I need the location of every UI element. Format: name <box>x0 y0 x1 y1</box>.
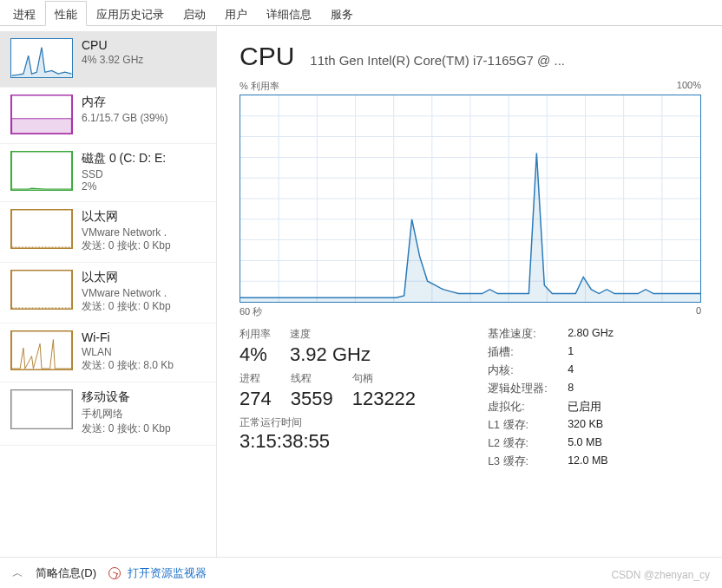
svg-rect-5 <box>12 210 72 248</box>
sidebar-item-sub2: 发送: 0 接收: 0 Kbp <box>82 299 207 314</box>
sidebar-item-title: Wi-Fi <box>82 330 207 344</box>
sidebar-item-sub: 6.1/15.7 GB (39%) <box>82 112 207 124</box>
spec-row: 虚拟化:已启用 <box>488 400 701 415</box>
sidebar-item-sub: VMware Network . <box>82 226 207 238</box>
spec-key: 内核: <box>488 363 568 378</box>
spec-row: 逻辑处理器:8 <box>488 382 701 396</box>
chart-ylabel: % 利用率 <box>240 80 279 93</box>
performance-sidebar: CPU4% 3.92 GHz内存6.1/15.7 GB (39%)磁盘 0 (C… <box>0 26 217 557</box>
svg-rect-2 <box>12 119 72 134</box>
page-title: CPU <box>240 42 294 71</box>
chart-ymax: 100% <box>677 80 701 93</box>
tab-进程[interactable]: 进程 <box>3 1 45 26</box>
spec-value: 12.0 MB <box>568 454 608 469</box>
thumb-chart-icon <box>10 151 73 191</box>
uptime-label: 正常运行时间 <box>240 415 463 430</box>
svg-rect-4 <box>12 152 72 190</box>
thumb-chart-icon <box>10 95 73 134</box>
spec-key: L2 缓存: <box>488 436 568 451</box>
sidebar-item-内存[interactable]: 内存6.1/15.7 GB (39%) <box>0 88 216 144</box>
spec-key: L1 缓存: <box>488 418 568 433</box>
spec-key: 逻辑处理器: <box>488 382 568 396</box>
sidebar-item-Wi-Fi[interactable]: Wi-FiWLAN发送: 0 接收: 8.0 Kb <box>0 323 216 382</box>
sidebar-item-磁盘 0 (C: D: E:[interactable]: 磁盘 0 (C: D: E:SSD2% <box>0 144 216 202</box>
thumb-chart-icon <box>10 209 73 249</box>
threads-value: 3559 <box>291 388 333 410</box>
cpu-utilization-chart <box>240 95 701 303</box>
sidebar-item-sub: 4% 3.92 GHz <box>82 54 207 66</box>
sidebar-item-title: 移动设备 <box>82 389 207 405</box>
threads-label: 线程 <box>291 371 333 386</box>
spec-row: L2 缓存:5.0 MB <box>488 436 701 451</box>
utilization-label: 利用率 <box>240 327 271 342</box>
svg-rect-10 <box>12 390 72 428</box>
processes-label: 进程 <box>240 371 272 386</box>
spec-row: L1 缓存:320 KB <box>488 418 701 433</box>
handles-label: 句柄 <box>352 371 416 386</box>
watermark: CSDN @zhenyan_cy <box>611 569 710 581</box>
tab-性能[interactable]: 性能 <box>45 1 87 26</box>
spec-value: 5.0 MB <box>568 436 602 451</box>
spec-row: L3 缓存:12.0 MB <box>488 454 701 469</box>
spec-key: 插槽: <box>488 345 568 360</box>
resource-monitor-icon <box>108 567 121 579</box>
svg-rect-7 <box>12 271 72 309</box>
spec-value: 8 <box>568 382 574 396</box>
spec-value: 1 <box>568 345 574 360</box>
sidebar-item-title: 以太网 <box>82 270 207 285</box>
brief-info-link[interactable]: 简略信息(D) <box>36 565 96 581</box>
sidebar-item-title: CPU <box>82 38 207 52</box>
spec-row: 插槽:1 <box>488 345 701 360</box>
spec-value: 2.80 GHz <box>568 327 614 342</box>
sidebar-item-以太网[interactable]: 以太网VMware Network .发送: 0 接收: 0 Kbp <box>0 202 216 263</box>
chart-xmax: 0 <box>696 305 701 318</box>
tab-用户[interactable]: 用户 <box>215 1 257 26</box>
main-panel: CPU 11th Gen Intel(R) Core(TM) i7-1165G7… <box>217 26 722 557</box>
sidebar-item-sub: WLAN <box>82 346 207 358</box>
chart-xmin: 60 秒 <box>240 305 262 318</box>
sidebar-item-sub2: 发送: 0 接收: 0 Kbp <box>82 238 207 253</box>
sidebar-item-以太网[interactable]: 以太网VMware Network .发送: 0 接收: 0 Kbp <box>0 263 216 323</box>
sidebar-item-sub2: 2% <box>82 180 207 193</box>
sidebar-item-sub: SSD <box>82 168 207 180</box>
spec-key: 虚拟化: <box>488 400 568 415</box>
utilization-value: 4% <box>240 343 271 366</box>
thumb-chart-icon <box>10 270 73 310</box>
thumb-chart-icon <box>10 389 73 429</box>
thumb-chart-icon <box>10 330 73 370</box>
chevron-up-icon[interactable]: ︿ <box>12 565 23 581</box>
speed-label: 速度 <box>290 327 371 342</box>
spec-key: 基准速度: <box>488 327 568 342</box>
sidebar-item-title: 内存 <box>82 95 207 110</box>
sidebar-item-CPU[interactable]: CPU4% 3.92 GHz <box>0 31 216 88</box>
tab-服务[interactable]: 服务 <box>321 1 363 26</box>
uptime-value: 3:15:38:55 <box>240 430 463 453</box>
spec-value: 320 KB <box>568 418 603 433</box>
spec-value: 4 <box>568 363 574 378</box>
sidebar-item-sub: VMware Network . <box>82 287 207 299</box>
tab-启动[interactable]: 启动 <box>174 1 215 26</box>
spec-row: 基准速度:2.80 GHz <box>488 327 701 342</box>
thumb-chart-icon <box>10 38 73 78</box>
tab-详细信息[interactable]: 详细信息 <box>257 1 321 26</box>
spec-key: L3 缓存: <box>488 454 568 469</box>
sidebar-item-sub: 手机网络 <box>82 407 207 421</box>
sidebar-item-移动设备[interactable]: 移动设备手机网络发送: 0 接收: 0 Kbp <box>0 382 216 446</box>
handles-value: 123222 <box>352 388 416 410</box>
sidebar-item-title: 以太网 <box>82 209 207 225</box>
cpu-model: 11th Gen Intel(R) Core(TM) i7-1165G7 @ .… <box>310 53 701 68</box>
spec-row: 内核:4 <box>488 363 701 378</box>
tab-bar: 进程性能应用历史记录启动用户详细信息服务 <box>0 0 722 26</box>
sidebar-item-title: 磁盘 0 (C: D: E: <box>82 151 207 167</box>
speed-value: 3.92 GHz <box>290 343 371 366</box>
cpu-specs: 基准速度:2.80 GHz插槽:1内核:4逻辑处理器:8虚拟化:已启用L1 缓存… <box>488 327 701 473</box>
processes-value: 274 <box>240 388 272 410</box>
sidebar-item-sub2: 发送: 0 接收: 0 Kbp <box>82 421 207 436</box>
tab-应用历史记录[interactable]: 应用历史记录 <box>87 1 174 26</box>
spec-value: 已启用 <box>568 400 601 415</box>
open-resource-monitor-link[interactable]: 打开资源监视器 <box>108 565 207 581</box>
sidebar-item-sub2: 发送: 0 接收: 8.0 Kb <box>82 358 207 373</box>
